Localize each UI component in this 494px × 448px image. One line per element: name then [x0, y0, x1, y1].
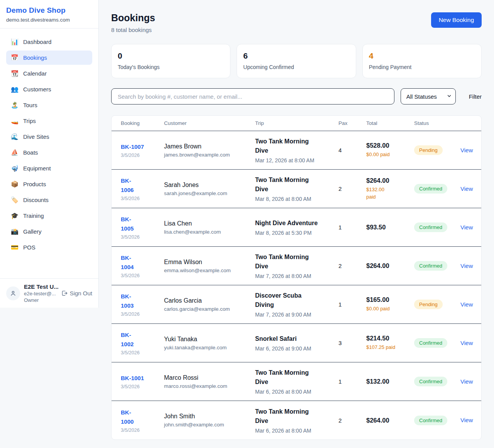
total-amount: $264.00 [366, 177, 409, 184]
booking-id-link[interactable]: BK- 1002 [121, 330, 159, 349]
status-filter-select[interactable]: All Statuses [401, 88, 456, 104]
total-amount: $93.50 [366, 224, 409, 231]
trip-name: Snorkel Safari [255, 334, 319, 344]
sidebar-item[interactable]: ⛵ Boats [6, 145, 92, 160]
page-header: Bookings 8 total bookings New Booking [111, 12, 482, 33]
sidebar-item-label: Training [23, 212, 44, 219]
booking-date: 3/5/2026 [121, 312, 159, 317]
people-icon: 👥 [11, 86, 19, 93]
pax-count: 1 [338, 224, 366, 231]
booking-date: 3/5/2026 [121, 384, 159, 389]
trip-datetime: Mar 8, 2026 at 5:30 PM [255, 230, 333, 236]
trip-name: Two Tank Morning Dive [255, 253, 319, 271]
view-link[interactable]: View [460, 263, 473, 269]
booking-id-link[interactable]: BK- 1003 [121, 292, 159, 310]
sidebar-item[interactable]: 🎓 Training [6, 209, 92, 223]
customer-name: Emma Wilson [164, 259, 250, 266]
view-link[interactable]: View [460, 417, 473, 423]
booking-id-link[interactable]: BK- 1005 [121, 215, 159, 233]
sailboat-icon: ⛵ [11, 150, 19, 156]
sidebar-item[interactable]: 📆 Calendar [6, 66, 92, 81]
customer-name: James Brown [164, 143, 250, 150]
user-name: E2E Test U... [24, 283, 57, 290]
sidebar-item-label: POS [23, 244, 36, 251]
column-header-total: Total [366, 116, 414, 131]
booking-id-link[interactable]: BK- 1000 [121, 408, 159, 426]
sidebar-item[interactable]: 🏝️ Tours [6, 98, 92, 112]
booking-id-link[interactable]: BK- 1004 [121, 253, 159, 272]
sidebar-item-label: Dive Sites [23, 133, 49, 140]
sidebar-item[interactable]: 💳 POS [6, 240, 92, 254]
user-panel: E2E Test U... e2e-tester@... Owner Sign … [0, 278, 98, 308]
new-booking-button[interactable]: New Booking [431, 12, 482, 28]
table-row: BK- 1006 3/5/2026 Sarah Jones sarah.jone… [112, 170, 481, 208]
search-input[interactable] [111, 88, 394, 104]
customer-email: lisa.chen@example.com [164, 229, 250, 235]
table-row: BK- 1005 3/5/2026 Lisa Chen lisa.chen@ex… [112, 208, 481, 247]
stat-value: 4 [369, 51, 475, 61]
sidebar-item[interactable]: 📸 Gallery [6, 224, 92, 239]
customer-name: Yuki Tanaka [164, 336, 250, 343]
shop-domain: demo.test.divestreams.com [6, 17, 92, 23]
sidebar-item[interactable]: 📦 Products [6, 177, 92, 191]
status-badge: Pending [414, 145, 443, 155]
shop-name-link[interactable]: Demo Dive Shop [6, 6, 92, 15]
trip-name: Night Dive Adventure [255, 219, 319, 228]
table-row: BK-1001 3/5/2026 Marco Rossi marco.rossi… [112, 362, 481, 401]
sidebar-item-label: Boats [23, 149, 38, 156]
user-meta: E2E Test U... e2e-tester@... Owner [24, 283, 57, 303]
avatar [6, 286, 20, 300]
sidebar-item[interactable]: 🤿 Equipment [6, 161, 92, 175]
view-link[interactable]: View [460, 301, 473, 308]
column-header-customer: Customer [164, 116, 255, 131]
column-header-pax: Pax [338, 116, 366, 131]
booking-id-link[interactable]: BK-1001 [121, 374, 159, 383]
booking-date: 3/5/2026 [121, 153, 159, 158]
table-row: BK- 1003 3/5/2026 Carlos Garcia carlos.g… [112, 285, 481, 324]
sidebar-item-label: Discounts [23, 197, 49, 203]
sidebar-item[interactable]: 📅 Bookings [6, 51, 92, 65]
trip-datetime: Mar 6, 2026 at 9:00 AM [255, 345, 333, 352]
view-link[interactable]: View [460, 378, 473, 385]
customer-email: yuki.tanaka@example.com [164, 345, 250, 350]
total-amount: $264.00 [366, 417, 409, 424]
sidebar-item[interactable]: 📊 Dashboard [6, 35, 92, 49]
sidebar-item-label: Dashboard [23, 39, 51, 45]
water-wave-icon: 🌊 [11, 134, 19, 140]
booking-id-link[interactable]: BK- 1006 [121, 176, 159, 195]
diving-mask-icon: 🤿 [11, 165, 19, 172]
view-link[interactable]: View [460, 185, 473, 192]
table-row: BK- 1004 3/5/2026 Emma Wilson emma.wilso… [112, 247, 481, 285]
sidebar-item-label: Bookings [23, 54, 47, 61]
sidebar-item-label: Gallery [23, 228, 42, 235]
view-link[interactable]: View [460, 340, 473, 346]
sidebar-item[interactable]: 🏷️ Discounts [6, 193, 92, 207]
sign-out-button[interactable]: Sign Out [61, 290, 92, 296]
trip-datetime: Mar 6, 2026 at 8:00 AM [255, 428, 333, 434]
filter-button[interactable]: Filter [469, 93, 482, 100]
graduation-cap-icon: 🎓 [11, 213, 19, 219]
booking-id-link[interactable]: BK-1007 [121, 142, 159, 152]
page-title: Bookings [111, 12, 155, 24]
customer-name: John Smith [164, 413, 250, 420]
trip-name: Two Tank Morning Dive [255, 368, 319, 387]
paid-amount: $132.00 paid [366, 186, 409, 201]
calendar-icon: 📅 [11, 55, 19, 61]
view-link[interactable]: View [460, 147, 473, 153]
view-link[interactable]: View [460, 224, 473, 231]
trip-datetime: Mar 7, 2026 at 9:00 AM [255, 312, 333, 318]
booking-date: 3/5/2026 [121, 428, 159, 433]
customer-name: Lisa Chen [164, 220, 250, 227]
trip-datetime: Mar 7, 2026 at 8:00 AM [255, 273, 333, 279]
bookings-table: Booking Customer Trip Pax Total Status B… [111, 115, 482, 440]
trip-name: Two Tank Morning Dive [255, 137, 319, 155]
sidebar-item[interactable]: 👥 Customers [6, 82, 92, 96]
person-icon [10, 290, 17, 297]
pax-count: 4 [338, 147, 366, 153]
sign-out-label: Sign Out [70, 290, 92, 296]
sidebar-item[interactable]: 🌊 Dive Sites [6, 130, 92, 144]
main-content: Bookings 8 total bookings New Booking 0 … [99, 0, 494, 448]
sidebar-item[interactable]: 🚤 Trips [6, 114, 92, 128]
sidebar-item-label: Tours [23, 102, 37, 108]
customer-email: carlos.garcia@example.com [164, 306, 250, 312]
